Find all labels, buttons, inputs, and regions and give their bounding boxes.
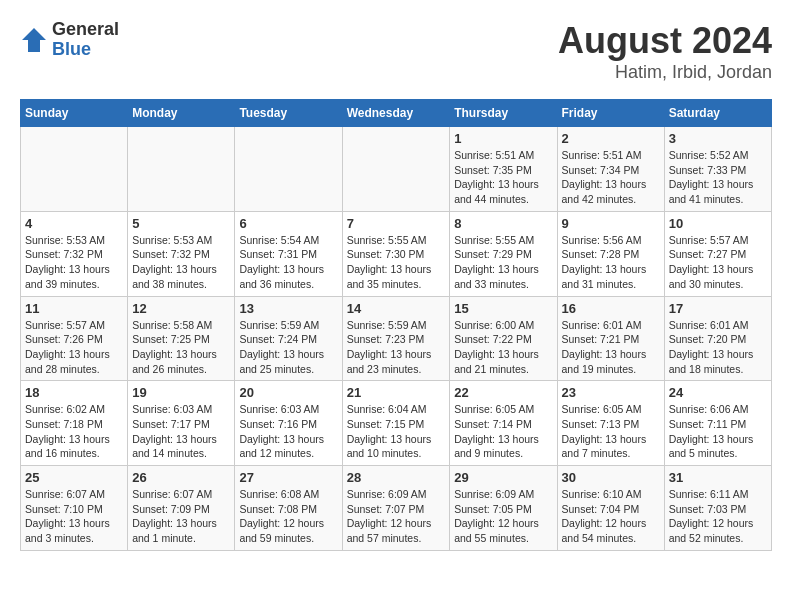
calendar-cell: 19Sunrise: 6:03 AM Sunset: 7:17 PM Dayli…: [128, 381, 235, 466]
day-info: Sunrise: 6:08 AM Sunset: 7:08 PM Dayligh…: [239, 487, 337, 546]
day-info: Sunrise: 5:56 AM Sunset: 7:28 PM Dayligh…: [562, 233, 660, 292]
title-block: August 2024 Hatim, Irbid, Jordan: [558, 20, 772, 83]
day-number: 29: [454, 470, 552, 485]
calendar-cell: 3Sunrise: 5:52 AM Sunset: 7:33 PM Daylig…: [664, 127, 771, 212]
calendar-cell: 12Sunrise: 5:58 AM Sunset: 7:25 PM Dayli…: [128, 296, 235, 381]
calendar-cell: 24Sunrise: 6:06 AM Sunset: 7:11 PM Dayli…: [664, 381, 771, 466]
day-info: Sunrise: 6:03 AM Sunset: 7:17 PM Dayligh…: [132, 402, 230, 461]
calendar-cell: 30Sunrise: 6:10 AM Sunset: 7:04 PM Dayli…: [557, 466, 664, 551]
day-info: Sunrise: 6:07 AM Sunset: 7:10 PM Dayligh…: [25, 487, 123, 546]
day-info: Sunrise: 5:57 AM Sunset: 7:27 PM Dayligh…: [669, 233, 767, 292]
day-info: Sunrise: 5:53 AM Sunset: 7:32 PM Dayligh…: [132, 233, 230, 292]
day-info: Sunrise: 5:51 AM Sunset: 7:35 PM Dayligh…: [454, 148, 552, 207]
calendar-cell: 6Sunrise: 5:54 AM Sunset: 7:31 PM Daylig…: [235, 211, 342, 296]
calendar-cell: [235, 127, 342, 212]
day-info: Sunrise: 5:57 AM Sunset: 7:26 PM Dayligh…: [25, 318, 123, 377]
calendar-cell: [21, 127, 128, 212]
day-info: Sunrise: 6:09 AM Sunset: 7:05 PM Dayligh…: [454, 487, 552, 546]
day-number: 10: [669, 216, 767, 231]
calendar-week-3: 11Sunrise: 5:57 AM Sunset: 7:26 PM Dayli…: [21, 296, 772, 381]
day-info: Sunrise: 5:58 AM Sunset: 7:25 PM Dayligh…: [132, 318, 230, 377]
day-number: 19: [132, 385, 230, 400]
calendar-cell: 14Sunrise: 5:59 AM Sunset: 7:23 PM Dayli…: [342, 296, 450, 381]
weekday-header-friday: Friday: [557, 100, 664, 127]
day-number: 12: [132, 301, 230, 316]
day-info: Sunrise: 6:10 AM Sunset: 7:04 PM Dayligh…: [562, 487, 660, 546]
calendar-cell: 7Sunrise: 5:55 AM Sunset: 7:30 PM Daylig…: [342, 211, 450, 296]
calendar-week-5: 25Sunrise: 6:07 AM Sunset: 7:10 PM Dayli…: [21, 466, 772, 551]
day-number: 11: [25, 301, 123, 316]
day-info: Sunrise: 5:51 AM Sunset: 7:34 PM Dayligh…: [562, 148, 660, 207]
calendar-cell: 21Sunrise: 6:04 AM Sunset: 7:15 PM Dayli…: [342, 381, 450, 466]
day-number: 17: [669, 301, 767, 316]
day-number: 30: [562, 470, 660, 485]
calendar-cell: 1Sunrise: 5:51 AM Sunset: 7:35 PM Daylig…: [450, 127, 557, 212]
calendar-table: SundayMondayTuesdayWednesdayThursdayFrid…: [20, 99, 772, 551]
day-number: 2: [562, 131, 660, 146]
logo-text: General Blue: [52, 20, 119, 60]
weekday-header-tuesday: Tuesday: [235, 100, 342, 127]
day-number: 18: [25, 385, 123, 400]
day-info: Sunrise: 5:54 AM Sunset: 7:31 PM Dayligh…: [239, 233, 337, 292]
logo: General Blue: [20, 20, 119, 60]
calendar-cell: 26Sunrise: 6:07 AM Sunset: 7:09 PM Dayli…: [128, 466, 235, 551]
calendar-week-4: 18Sunrise: 6:02 AM Sunset: 7:18 PM Dayli…: [21, 381, 772, 466]
weekday-header-wednesday: Wednesday: [342, 100, 450, 127]
day-number: 9: [562, 216, 660, 231]
day-number: 6: [239, 216, 337, 231]
calendar-cell: 10Sunrise: 5:57 AM Sunset: 7:27 PM Dayli…: [664, 211, 771, 296]
location: Hatim, Irbid, Jordan: [558, 62, 772, 83]
day-number: 20: [239, 385, 337, 400]
calendar-cell: 23Sunrise: 6:05 AM Sunset: 7:13 PM Dayli…: [557, 381, 664, 466]
day-number: 26: [132, 470, 230, 485]
day-number: 24: [669, 385, 767, 400]
day-number: 8: [454, 216, 552, 231]
calendar-cell: 20Sunrise: 6:03 AM Sunset: 7:16 PM Dayli…: [235, 381, 342, 466]
weekday-header-row: SundayMondayTuesdayWednesdayThursdayFrid…: [21, 100, 772, 127]
weekday-header-monday: Monday: [128, 100, 235, 127]
logo-general: General: [52, 20, 119, 40]
day-number: 7: [347, 216, 446, 231]
day-number: 14: [347, 301, 446, 316]
page-header: General Blue August 2024 Hatim, Irbid, J…: [20, 20, 772, 83]
calendar-cell: 17Sunrise: 6:01 AM Sunset: 7:20 PM Dayli…: [664, 296, 771, 381]
day-info: Sunrise: 5:52 AM Sunset: 7:33 PM Dayligh…: [669, 148, 767, 207]
day-number: 22: [454, 385, 552, 400]
day-number: 16: [562, 301, 660, 316]
day-info: Sunrise: 6:07 AM Sunset: 7:09 PM Dayligh…: [132, 487, 230, 546]
day-info: Sunrise: 5:55 AM Sunset: 7:29 PM Dayligh…: [454, 233, 552, 292]
day-number: 3: [669, 131, 767, 146]
day-info: Sunrise: 6:01 AM Sunset: 7:20 PM Dayligh…: [669, 318, 767, 377]
day-number: 28: [347, 470, 446, 485]
day-info: Sunrise: 6:00 AM Sunset: 7:22 PM Dayligh…: [454, 318, 552, 377]
day-number: 4: [25, 216, 123, 231]
calendar-cell: 11Sunrise: 5:57 AM Sunset: 7:26 PM Dayli…: [21, 296, 128, 381]
day-info: Sunrise: 6:03 AM Sunset: 7:16 PM Dayligh…: [239, 402, 337, 461]
day-info: Sunrise: 6:09 AM Sunset: 7:07 PM Dayligh…: [347, 487, 446, 546]
calendar-cell: 18Sunrise: 6:02 AM Sunset: 7:18 PM Dayli…: [21, 381, 128, 466]
day-number: 5: [132, 216, 230, 231]
calendar-cell: 5Sunrise: 5:53 AM Sunset: 7:32 PM Daylig…: [128, 211, 235, 296]
calendar-cell: 22Sunrise: 6:05 AM Sunset: 7:14 PM Dayli…: [450, 381, 557, 466]
day-number: 23: [562, 385, 660, 400]
day-info: Sunrise: 5:55 AM Sunset: 7:30 PM Dayligh…: [347, 233, 446, 292]
calendar-cell: 15Sunrise: 6:00 AM Sunset: 7:22 PM Dayli…: [450, 296, 557, 381]
calendar-week-1: 1Sunrise: 5:51 AM Sunset: 7:35 PM Daylig…: [21, 127, 772, 212]
weekday-header-sunday: Sunday: [21, 100, 128, 127]
day-info: Sunrise: 6:11 AM Sunset: 7:03 PM Dayligh…: [669, 487, 767, 546]
calendar-cell: 4Sunrise: 5:53 AM Sunset: 7:32 PM Daylig…: [21, 211, 128, 296]
calendar-cell: 29Sunrise: 6:09 AM Sunset: 7:05 PM Dayli…: [450, 466, 557, 551]
calendar-cell: 13Sunrise: 5:59 AM Sunset: 7:24 PM Dayli…: [235, 296, 342, 381]
day-number: 25: [25, 470, 123, 485]
day-info: Sunrise: 6:06 AM Sunset: 7:11 PM Dayligh…: [669, 402, 767, 461]
calendar-cell: [128, 127, 235, 212]
calendar-cell: 27Sunrise: 6:08 AM Sunset: 7:08 PM Dayli…: [235, 466, 342, 551]
day-info: Sunrise: 6:02 AM Sunset: 7:18 PM Dayligh…: [25, 402, 123, 461]
month-year: August 2024: [558, 20, 772, 62]
logo-icon: [20, 26, 48, 54]
day-number: 27: [239, 470, 337, 485]
day-number: 13: [239, 301, 337, 316]
day-number: 15: [454, 301, 552, 316]
weekday-header-thursday: Thursday: [450, 100, 557, 127]
day-info: Sunrise: 6:05 AM Sunset: 7:14 PM Dayligh…: [454, 402, 552, 461]
